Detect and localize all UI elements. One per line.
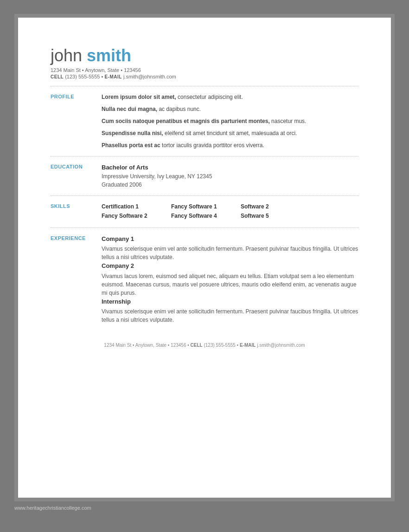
skills-section: SKILLS Certification 1 Fancy Software 1 … — [51, 202, 358, 221]
edu-degree: Bachelor of Arts — [102, 163, 358, 172]
footer-cell-label: CELL — [191, 343, 203, 348]
skills-content: Certification 1 Fancy Software 1 Softwar… — [102, 202, 358, 221]
footer-email: j.smith@johnsmith.com — [257, 343, 305, 348]
watermark-url: www.heritagechristiancollege.com — [14, 505, 91, 511]
profile-para-1: Lorem ipsum dolor sit amet, consectetur … — [102, 93, 358, 101]
skills-label: SKILLS — [51, 202, 102, 221]
profile-bold-4: Suspendisse nulla nisi, — [102, 130, 163, 136]
profile-bold-2: Nulla nec dui magna, — [102, 106, 157, 112]
edu-graduated: Graduated 2006 — [102, 181, 358, 189]
profile-para-3: Cum sociis natoque penatibus et magnis d… — [102, 117, 358, 125]
profile-section: PROFILE Lorem ipsum dolor sit amet, cons… — [51, 93, 358, 149]
cell-label: CELL — [51, 74, 64, 79]
email-label: E-MAIL — [104, 74, 121, 79]
last-name: smith — [87, 46, 131, 65]
profile-normal-4: eleifend sit amet tincidunt sit amet, ma… — [165, 130, 297, 136]
experience-entry-2: Company 2 Vivamus lacus lorem, euismod s… — [102, 261, 358, 297]
profile-bold-5: Phasellus porta est ac — [102, 142, 160, 149]
experience-entry-3: Internship Vivamus scelerisque enim vel … — [102, 297, 358, 324]
company-1-name: Company 1 — [102, 234, 358, 244]
internship-name: Internship — [102, 297, 358, 306]
profile-para-2: Nulla nec dui magna, ac dapibus nunc. — [102, 105, 358, 113]
company-2-desc: Vivamus lacus lorem, euismod sed aliquet… — [102, 272, 358, 297]
watermark-bar: www.heritagechristiancollege.com — [14, 505, 395, 511]
header-divider — [51, 86, 358, 86]
education-divider — [51, 195, 358, 196]
experience-entry-1: Company 1 Vivamus scelerisque enim vel a… — [102, 234, 358, 262]
skill-6: Software 5 — [241, 212, 301, 220]
profile-normal-3: nascetur mus. — [271, 118, 306, 124]
skill-5: Fancy Software 4 — [171, 212, 231, 220]
company-2-name: Company 2 — [102, 261, 358, 271]
profile-bold-3: Cum sociis natoque penatibus et magnis d… — [102, 118, 270, 124]
footer-cell: (123) 555-5555 — [204, 343, 235, 348]
cell-value: (123) 555-5555 — [65, 74, 100, 79]
email-value: j.smith@johnsmith.com — [123, 74, 176, 79]
education-content: Bachelor of Arts Impressive University, … — [102, 163, 358, 189]
skill-3: Software 2 — [241, 202, 301, 211]
profile-label: PROFILE — [51, 93, 102, 149]
first-name: john — [51, 46, 82, 65]
edu-university: Impressive University, Ivy League, NY 12… — [102, 172, 358, 181]
internship-desc: Vivamus scelerisque enim vel ante sollic… — [102, 307, 358, 324]
profile-normal-1: consectetur adipiscing elit. — [178, 94, 243, 100]
profile-divider — [51, 156, 358, 156]
resume-header: john smith 1234 Main St • Anytown, State… — [51, 45, 358, 79]
page-wrapper: john smith 1234 Main St • Anytown, State… — [14, 14, 395, 501]
skill-4: Fancy Software 2 — [102, 212, 162, 220]
resume-paper: john smith 1234 Main St • Anytown, State… — [18, 18, 391, 498]
skill-1: Certification 1 — [102, 202, 162, 211]
resume-footer: 1234 Main St • Anytown, State • 123456 •… — [51, 338, 358, 348]
skill-2: Fancy Software 1 — [171, 202, 231, 211]
contact-line: CELL (123) 555-5555 • E-MAIL j.smith@joh… — [51, 74, 358, 79]
profile-normal-2: ac dapibus nunc. — [159, 106, 201, 112]
experience-section: EXPERIENCE Company 1 Vivamus scelerisque… — [51, 234, 358, 324]
education-section: EDUCATION Bachelor of Arts Impressive Un… — [51, 163, 358, 189]
education-label: EDUCATION — [51, 163, 102, 189]
profile-bold-1: Lorem ipsum dolor sit amet, — [102, 94, 176, 100]
profile-para-4: Suspendisse nulla nisi, eleifend sit ame… — [102, 129, 358, 137]
profile-content: Lorem ipsum dolor sit amet, consectetur … — [102, 93, 358, 149]
name-line: john smith — [51, 45, 358, 65]
profile-para-5: Phasellus porta est ac tortor iaculis gr… — [102, 141, 358, 149]
footer-address: 1234 Main St • Anytown, State • 123456 — [104, 343, 186, 348]
footer-email-label: E-MAIL — [240, 343, 256, 348]
skills-divider — [51, 227, 358, 228]
profile-normal-5: tortor iaculis gravida porttitor eros vi… — [162, 142, 264, 149]
address-line: 1234 Main St • Anytown, State • 123456 — [51, 67, 358, 73]
skills-row-1: Certification 1 Fancy Software 1 Softwar… — [102, 202, 358, 211]
skills-row-2: Fancy Software 2 Fancy Software 4 Softwa… — [102, 212, 358, 220]
company-1-desc: Vivamus scelerisque enim vel ante sollic… — [102, 245, 358, 261]
experience-label: EXPERIENCE — [51, 234, 102, 324]
experience-content: Company 1 Vivamus scelerisque enim vel a… — [102, 234, 358, 324]
